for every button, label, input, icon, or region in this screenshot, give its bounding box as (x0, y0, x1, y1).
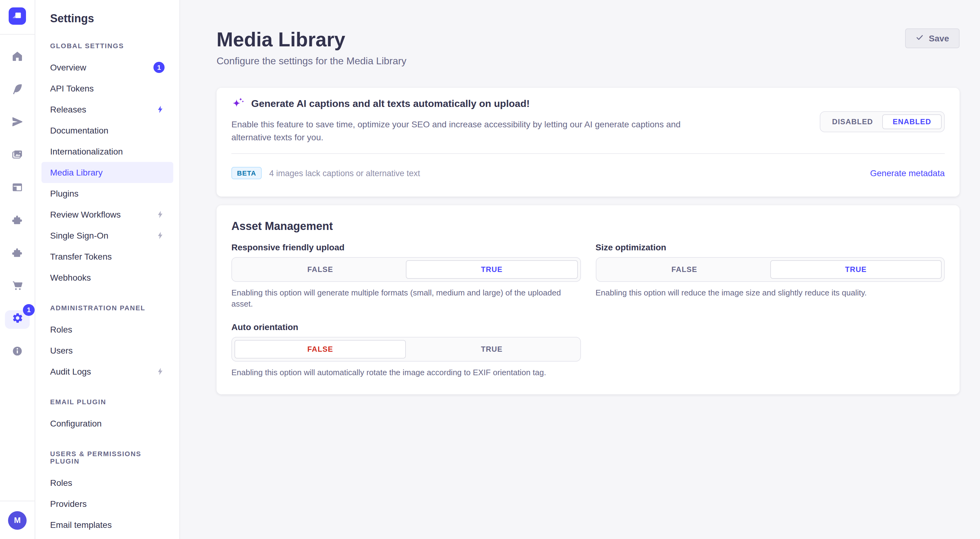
sidebar-item-admin-users[interactable]: Users (41, 340, 173, 361)
sidebar-item-providers[interactable]: Providers (41, 493, 173, 514)
ai-captions-card: Generate AI captions and alt texts autom… (216, 88, 959, 197)
strapi-logo-cell[interactable] (0, 0, 35, 35)
sparkles-icon (231, 95, 245, 113)
strapi-logo (9, 7, 26, 27)
info-icon (11, 345, 24, 360)
rail-item-plugins[interactable] (0, 205, 35, 237)
rail-nav: 1 (0, 35, 35, 368)
feather-icon (11, 82, 24, 97)
save-button[interactable]: Save (905, 29, 959, 48)
section-label: EMAIL PLUGIN (35, 398, 180, 406)
ai-card-title: Generate AI captions and alt texts autom… (251, 95, 530, 111)
size-optimization-true-option[interactable]: TRUE (770, 260, 942, 279)
rail-item-plugins-2[interactable] (0, 237, 35, 270)
section-label: GLOBAL SETTINGS (35, 42, 180, 49)
sidebar-item-email-configuration[interactable]: Configuration (41, 413, 173, 434)
rail-bottom: M (0, 501, 35, 539)
rail-item-help[interactable] (0, 336, 35, 368)
field-label: Size optimization (595, 242, 945, 252)
settings-box: 1 (5, 310, 30, 328)
section-email-plugin: EMAIL PLUGIN Configuration (35, 398, 180, 434)
responsive-upload-false-option[interactable]: FALSE (234, 260, 406, 279)
rail-item-media-library[interactable] (0, 139, 35, 172)
ai-enabled-toggle: DISABLED ENABLED (820, 111, 945, 132)
lightning-icon (156, 210, 165, 219)
ai-toggle-enabled-option[interactable]: ENABLED (882, 114, 942, 129)
card-divider (231, 153, 945, 154)
rail-item-releases[interactable] (0, 106, 35, 139)
field-label: Auto orientation (231, 322, 581, 332)
notification-badge: 1 (153, 62, 165, 73)
rail-item-content-type-builder[interactable] (0, 172, 35, 205)
cart-icon (11, 279, 24, 294)
grid-empty-cell (595, 322, 945, 378)
layout-icon (11, 181, 24, 196)
section-label: USERS & PERMISSIONS PLUGIN (35, 450, 180, 465)
section-global-settings: GLOBAL SETTINGS Overview 1 API Tokens Re… (35, 42, 180, 288)
field-hint: Enabling this option will reduce the ima… (595, 287, 945, 298)
asset-fields-grid: Responsive friendly upload FALSE TRUE En… (231, 242, 945, 378)
sidebar-item-single-sign-on[interactable]: Single Sign-On (41, 225, 173, 246)
avatar[interactable]: M (8, 511, 27, 529)
auto-orientation-toggle: FALSE TRUE (231, 337, 581, 361)
sidebar-item-internationalization[interactable]: Internationalization (41, 141, 173, 162)
paper-plane-icon (11, 115, 24, 130)
responsive-upload-true-option[interactable]: TRUE (406, 260, 578, 279)
section-users-permissions-plugin: USERS & PERMISSIONS PLUGIN Roles Provide… (35, 450, 180, 539)
sidebar-item-plugins[interactable]: Plugins (41, 183, 173, 204)
section-administration-panel: ADMINISTRATION PANEL Roles Users Audit L… (35, 304, 180, 382)
sidebar-item-up-roles[interactable]: Roles (41, 472, 173, 493)
page-header: Media Library Configure the settings for… (216, 27, 959, 67)
sidebar-item-overview[interactable]: Overview 1 (41, 57, 173, 78)
rail-item-content-manager[interactable] (0, 74, 35, 106)
check-icon (916, 33, 924, 43)
sidebar-item-audit-logs[interactable]: Audit Logs (41, 361, 173, 382)
sidebar-item-transfer-tokens[interactable]: Transfer Tokens (41, 246, 173, 267)
auto-orientation-false-option[interactable]: FALSE (234, 340, 406, 358)
responsive-upload-toggle: FALSE TRUE (231, 257, 581, 282)
rail-item-marketplace[interactable] (0, 270, 35, 303)
sidebar-item-webhooks[interactable]: Webhooks (41, 267, 173, 288)
sidebar-item-media-library[interactable]: Media Library (41, 162, 173, 183)
sidebar-item-advanced-settings[interactable]: Advanced settings (41, 535, 173, 539)
settings-badge: 1 (23, 304, 35, 315)
field-responsive-friendly-upload: Responsive friendly upload FALSE TRUE En… (231, 242, 581, 310)
rail-item-settings[interactable]: 1 (0, 303, 35, 336)
auto-orientation-true-option[interactable]: TRUE (406, 340, 578, 358)
page-title: Media Library (216, 27, 406, 52)
field-hint: Enabling this option will automatically … (231, 367, 581, 378)
size-optimization-toggle: FALSE TRUE (595, 257, 945, 282)
field-auto-orientation: Auto orientation FALSE TRUE Enabling thi… (231, 322, 581, 378)
missing-captions-status: 4 images lack captions or alternative te… (269, 168, 420, 178)
sidebar-item-admin-roles[interactable]: Roles (41, 319, 173, 340)
main-content: Media Library Configure the settings for… (180, 0, 980, 539)
lightning-icon (156, 105, 165, 114)
home-icon (11, 50, 24, 65)
field-size-optimization: Size optimization FALSE TRUE Enabling th… (595, 242, 945, 310)
puzzle-icon-2 (11, 246, 24, 261)
field-hint: Enabling this option will generate multi… (231, 287, 562, 310)
sidebar-item-email-templates[interactable]: Email templates (41, 514, 173, 535)
sidebar-item-documentation[interactable]: Documentation (41, 120, 173, 141)
rail-item-home[interactable] (0, 41, 35, 74)
ai-toggle-disabled-option[interactable]: DISABLED (823, 114, 882, 129)
lightning-icon (156, 367, 165, 376)
asset-management-heading: Asset Management (231, 219, 945, 234)
ai-card-head: Generate AI captions and alt texts autom… (231, 95, 945, 113)
generate-metadata-link[interactable]: Generate metadata (870, 168, 945, 178)
sidebar-item-api-tokens[interactable]: API Tokens (41, 78, 173, 99)
sidebar-title: Settings (35, 0, 180, 26)
settings-sidebar: Settings GLOBAL SETTINGS Overview 1 API … (35, 0, 180, 539)
page-header-text: Media Library Configure the settings for… (216, 27, 406, 67)
gear-icon (11, 312, 23, 327)
app-window: 1 M Settings (0, 0, 980, 539)
beta-badge: BETA (231, 167, 262, 179)
puzzle-icon (11, 214, 24, 228)
icon-rail: 1 M (0, 0, 35, 539)
lightning-icon (156, 231, 165, 240)
sidebar-item-releases[interactable]: Releases (41, 99, 173, 120)
ai-card-meta-row: BETA 4 images lack captions or alternati… (231, 167, 945, 179)
sidebar-item-review-workflows[interactable]: Review Workflows (41, 204, 173, 225)
pictures-icon (11, 148, 24, 163)
size-optimization-false-option[interactable]: FALSE (598, 260, 770, 279)
